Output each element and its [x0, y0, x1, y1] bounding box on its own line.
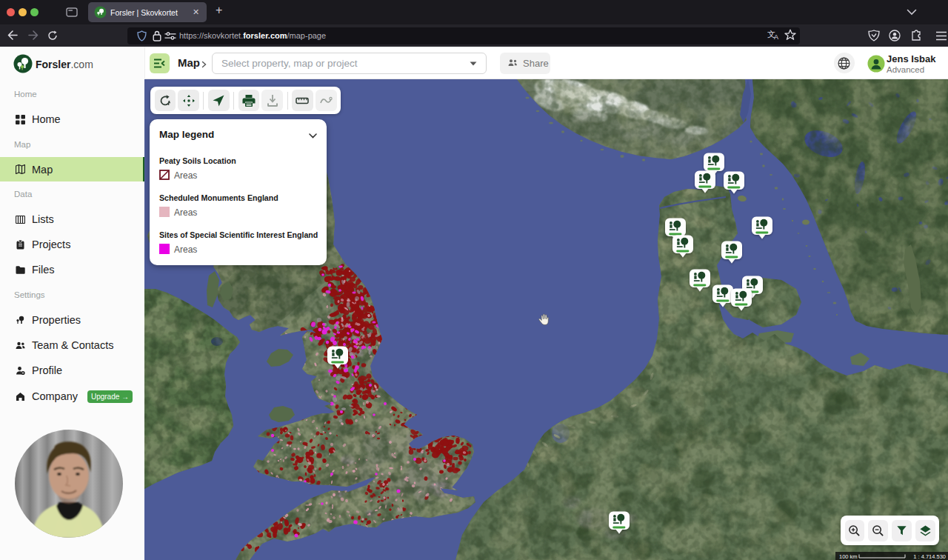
svg-text:A: A	[774, 33, 778, 40]
